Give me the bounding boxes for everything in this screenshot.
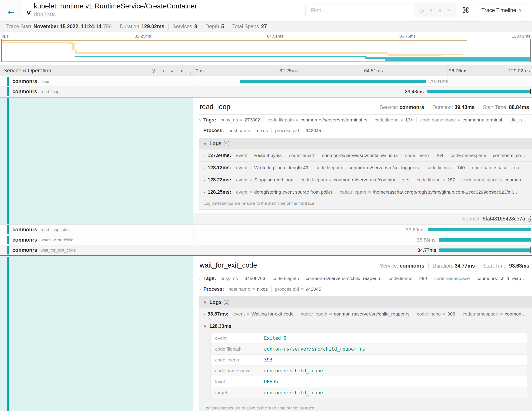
trace-view-selector[interactable]: Trace Timeline ∨ (476, 4, 527, 17)
back-button[interactable]: ← (0, 0, 22, 21)
detail-span-title: wait_for_exit_code (200, 261, 257, 269)
log-entry[interactable]: ›128.12ms:event=Wrote log line of length… (200, 162, 532, 174)
keyboard-shortcuts-button[interactable]: ⌘ (459, 4, 472, 17)
span-duration-bar[interactable] (427, 90, 530, 93)
span-name-cell[interactable]: conmonrs watch_grandchild (0, 235, 193, 245)
logs-label: Logs (209, 141, 222, 147)
minimap-canvas[interactable] (1, 39, 531, 62)
kv-item: event=Stopping read loop (232, 177, 297, 183)
span-bar-cell[interactable]: 35.58ms (193, 235, 532, 245)
process-row[interactable]: › Process: host.name=nixosprocess.pid=94… (199, 125, 532, 136)
logs-label: Logs (209, 299, 222, 305)
trace-collapse-chevron-icon[interactable]: ∨ (26, 9, 31, 16)
kv-item: host.name=nixos (225, 286, 271, 292)
log-entry[interactable]: ›128.22ms:event=Stopping read loopcode.f… (200, 174, 532, 186)
span-row-read-loop[interactable]: conmonrs read_loop 39.43ms (0, 87, 532, 97)
column-resizer-handle[interactable]: ‖ (190, 71, 191, 77)
expand-one-icon[interactable]: › (162, 68, 164, 74)
find-input[interactable] (306, 4, 414, 17)
kv-item: code.lineno=134 (371, 117, 417, 123)
start-time-value: 88.84ms (509, 104, 529, 110)
log-entry[interactable]: ›93.87ms:event=Waiting for exit codecode… (200, 308, 532, 320)
timeline-tick-0: 0μs (196, 68, 204, 74)
find-group: ◎ ∧ ∨ × (305, 4, 456, 17)
app-header: ← ∨ kubelet: runtime.v1.RuntimeService/C… (0, 0, 532, 21)
tags-list: busy_ns=273882code.filepath=conmon-rs/se… (217, 117, 530, 123)
spanid-label: SpanID: (462, 216, 481, 222)
span-bar-cell[interactable]: 34.77ms (193, 245, 532, 255)
detail-header: wait_for_exit_code Service: conmonrs Dur… (199, 260, 532, 273)
span-bar-cell[interactable]: 39.69ms (193, 225, 532, 235)
trace-view-label: Trace Timeline (481, 7, 516, 13)
log-field-row: code.namespaceconmonrs::child_reaper (211, 365, 527, 376)
find-prev-icon[interactable]: ∧ (429, 7, 433, 13)
detail-meta: Service: conmonrs Duration: 34.77ms Star… (376, 263, 532, 269)
duration-value: 34.77ms (455, 263, 475, 269)
span-duration-label: 39.69ms (406, 227, 425, 233)
logs-header[interactable]: ∨ Logs (2) (200, 296, 532, 308)
minimap-tick-0: 0μs (2, 34, 9, 39)
kv-item: code.namespace=conmon… (459, 177, 529, 183)
duration-label: Duration: (432, 104, 453, 110)
collapse-all-icon[interactable]: » (169, 69, 176, 72)
start-time-label: Start Time: (483, 104, 507, 110)
span-name-cell[interactable]: conmonrs listen (0, 76, 193, 86)
service-color-stripe (7, 246, 9, 254)
tags-row[interactable]: › Tags: busy_ns=273882code.filepath=conm… (199, 115, 532, 125)
process-row[interactable]: › Process: host.name=nixosprocess.pid=94… (199, 284, 532, 294)
kv-item: busy_ns=34506763 (217, 276, 269, 281)
spacer (0, 62, 532, 65)
span-bar-cell[interactable]: 70.91ms (193, 76, 532, 86)
minimap-tick-1: 32.25ms (135, 34, 151, 39)
find-next-icon[interactable]: ∨ (438, 7, 442, 13)
log-timestamp: 127.94ms: (208, 153, 231, 158)
span-row-wait-for-exit-code[interactable]: conmonrs wait_for_exit_code 34.77ms (0, 245, 532, 255)
span-duration-label: 39.43ms (405, 89, 424, 95)
log-field-row: eventExited 0 (211, 333, 527, 344)
duration-label: Duration: (433, 263, 453, 269)
chevron-right-icon: › (199, 287, 201, 292)
minimap-tick-4: 129.02ms (512, 34, 530, 39)
kv-item: code.namespace=co… (468, 165, 527, 170)
span-detail-read-loop: read_loop Service: conmonrs Duration: 39… (0, 97, 532, 225)
span-duration-bar[interactable] (240, 80, 426, 83)
expand-all-icon[interactable]: » (180, 68, 184, 74)
span-name-cell[interactable]: conmonrs read_loop_stdin (0, 225, 193, 235)
minimap-tick-3: 96.76ms (399, 34, 416, 39)
span-name-cell[interactable]: conmonrs read_loop (0, 87, 193, 97)
span-row-read-loop-stdin[interactable]: conmonrs read_loop_stdin 39.69ms (0, 225, 532, 235)
trace-services: Services 3 (168, 24, 201, 29)
tags-row[interactable]: › Tags: busy_ns=34506763code.filepath=co… (199, 273, 532, 284)
span-detail-panel: read_loop Service: conmonrs Duration: 39… (193, 98, 532, 225)
kv-item: code.filepath=/home/sascha/.cargo/regist… (336, 189, 521, 195)
find-clear-icon[interactable]: × (447, 7, 450, 13)
log-fields-table: eventExited 0code.filepathconmon-rs/serv… (210, 333, 527, 398)
focus-target-icon[interactable]: ◎ (419, 7, 424, 13)
span-duration-bar[interactable] (428, 228, 531, 231)
log-entry[interactable]: ›127.94ms:event=Read 4 bytescode.filepat… (200, 149, 532, 162)
service-name: conmonrs (12, 78, 37, 84)
logs-header[interactable]: ∨ Logs (4) (200, 138, 532, 149)
depth-value: 5 (221, 24, 224, 29)
chevron-right-icon: › (203, 312, 205, 317)
collapse-one-icon[interactable]: ∨ (152, 68, 156, 74)
span-bar-cell[interactable]: 39.43ms (193, 87, 532, 97)
span-row-listen[interactable]: conmonrs listen 70.91ms (0, 76, 532, 87)
detail-header: read_loop Service: conmonrs Duration: 39… (199, 102, 532, 115)
span-row-watch-grandchild[interactable]: conmonrs watch_grandchild 35.58ms (0, 235, 532, 245)
log-entry[interactable]: ›128.25ms:event=deregistering event sour… (200, 186, 532, 198)
minimap-span-bar (72, 44, 75, 50)
kv-item: code.lineno=264 (401, 153, 447, 158)
log-entry[interactable]: ∨128.33mseventExited 0code.filepathconmo… (200, 320, 532, 403)
span-detail-panel: wait_for_exit_code Service: conmonrs Dur… (193, 256, 532, 411)
copy-link-icon[interactable] (527, 215, 532, 222)
services-value: 3 (194, 24, 197, 29)
span-name-cell[interactable]: conmonrs wait_for_exit_code (0, 245, 193, 255)
span-duration-bar[interactable] (439, 238, 531, 242)
span-duration-label: 70.91ms (429, 78, 448, 84)
minimap-span-bar (1, 40, 467, 41)
minimap-tick-2: 64.51ms (267, 34, 283, 39)
logs-count: (2) (223, 299, 230, 305)
chevron-right-icon: › (203, 190, 205, 195)
span-duration-bar[interactable] (439, 248, 530, 252)
